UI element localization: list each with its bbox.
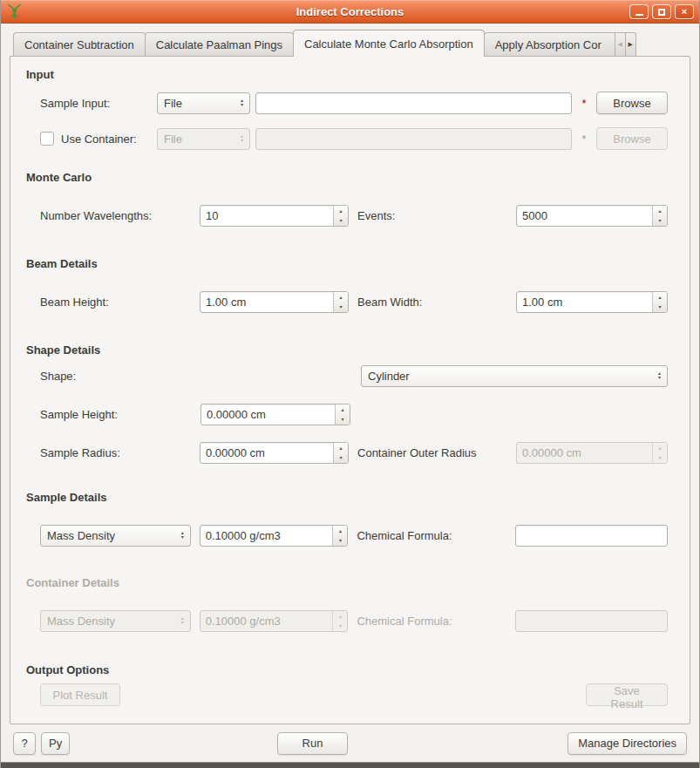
container-input-field [255,128,572,150]
close-button[interactable]: × [675,4,694,19]
python-export-button[interactable]: Py [41,732,70,755]
tab-scroll-right-button[interactable]: ▶ [625,32,636,56]
spin-up-icon: ▴ [653,206,667,216]
use-container-row: Use Container: File ▴▾ * Browse [40,127,668,150]
container-density-type-combobox: Mass Density ▴▾ [40,610,191,632]
input-section-heading: Input [26,68,54,81]
container-outer-radius-label: Container Outer Radius [357,446,516,459]
tab-calculate-paalman-pings[interactable]: Calculate Paalman Pings [145,32,294,56]
tab-apply-absorption-corrections[interactable]: Apply Absorption Cor [484,32,616,56]
sample-chemical-formula-field[interactable] [515,525,668,547]
plot-result-button: Plot Result [40,683,120,706]
sample-browse-button[interactable]: Browse [596,92,668,114]
sample-density-spinbox[interactable]: ▴▾ [200,525,349,547]
indirect-corrections-window: Indirect Corrections × Container Subtrac… [0,0,700,768]
spin-up-icon: ▴ [334,206,348,216]
required-asterisk: * [572,133,596,146]
container-input-type-combobox: File ▴▾ [157,128,250,150]
number-wavelengths-label: Number Wavelengths: [40,209,200,222]
titlebar[interactable]: Indirect Corrections × [1,0,699,24]
run-button[interactable]: Run [277,732,348,755]
spin-up-icon: ▴ [653,292,667,302]
maximize-button[interactable] [652,4,671,19]
tab-calculate-monte-carlo-absorption[interactable]: Calculate Monte Carlo Absorption [293,30,485,57]
monte-carlo-row: Number Wavelengths: ▴▾ Events: ▴▾ [40,204,668,227]
shape-details-heading: Shape Details [26,343,100,357]
close-icon: × [682,7,687,17]
spin-down-icon: ▾ [653,215,667,226]
spin-down-icon: ▾ [653,452,667,463]
spin-down-icon: ▾ [336,414,350,425]
sample-height-label: Sample Height: [40,408,200,421]
combo-arrows-icon: ▴▾ [181,531,184,540]
container-density-spinbox: ▴▾ [200,610,349,632]
help-button[interactable]: ? [13,732,36,755]
sample-details-row: Mass Density ▴▾ ▴▾ Chemical Formula: [40,524,668,547]
output-options-heading: Output Options [26,663,109,676]
tab-container-subtraction[interactable]: Container Subtraction [13,32,146,56]
combo-arrows-icon: ▴▾ [241,134,243,143]
beam-width-spinbox[interactable]: ▴▾ [516,291,668,313]
sample-height-row: Sample Height: ▴▾ [40,403,668,425]
sample-details-heading: Sample Details [26,491,107,504]
number-wavelengths-spinbox[interactable]: ▴▾ [200,205,349,227]
sample-height-spinbox[interactable]: ▴▾ [200,404,350,425]
spin-up-icon: ▴ [334,292,348,302]
maximize-icon [658,9,665,16]
combo-arrows-icon: ▴▾ [181,616,184,625]
spin-down-icon: ▾ [334,215,348,226]
sample-input-row: Sample Input: File ▴▾ * Browse [40,92,668,114]
scroll-left-icon: ◀ [617,41,622,48]
monte-carlo-absorption-panel: Input Sample Input: File ▴▾ * Browse Use… [10,56,690,724]
sample-input-type-combobox[interactable]: File ▴▾ [157,92,250,114]
spin-up-icon: ▴ [334,443,348,453]
spin-down-icon: ▾ [333,621,347,631]
use-container-checkbox[interactable] [40,132,54,146]
sample-radius-row: Sample Radius: ▴▾ Container Outer Radius… [40,441,668,464]
spin-down-icon: ▾ [653,302,667,312]
shape-label: Shape: [40,370,361,383]
sample-radius-spinbox[interactable]: ▴▾ [200,442,349,464]
beam-details-row: Beam Height: ▴▾ Beam Width: ▴▾ [40,290,668,313]
minimize-button[interactable] [629,4,649,19]
beam-height-label: Beam Height: [40,296,200,309]
spin-down-icon: ▾ [333,535,347,546]
spin-down-icon: ▾ [334,452,348,463]
spin-up-icon: ▴ [333,611,347,622]
tab-scroll-left-button[interactable]: ◀ [615,32,626,56]
use-container-label: Use Container: [61,133,157,146]
footer-bar: ? Py Run Manage Directories [1,724,699,762]
spin-up-icon: ▴ [653,443,667,453]
save-result-button: Save Result [586,683,668,706]
combo-arrows-icon: ▴▾ [241,99,243,107]
container-outer-radius-spinbox: ▴▾ [516,442,668,464]
minimize-icon [635,14,643,16]
spin-down-icon: ▾ [334,302,348,312]
manage-directories-button[interactable]: Manage Directories [567,732,687,755]
events-spinbox[interactable]: ▴▾ [516,205,668,227]
required-asterisk: * [572,97,596,110]
window-bottom-border [1,762,699,768]
sample-chemical-formula-label: Chemical Formula: [357,529,515,542]
events-label: Events: [357,209,516,222]
container-browse-button: Browse [596,127,668,150]
beam-details-heading: Beam Details [26,257,98,270]
beam-width-label: Beam Width: [357,296,516,309]
output-options-row: Plot Result Save Result [40,683,668,706]
window-title: Indirect Corrections [1,5,699,18]
spin-up-icon: ▴ [333,526,347,536]
window-controls: × [629,4,699,19]
spin-up-icon: ▴ [336,404,350,415]
scroll-right-icon: ▶ [628,41,632,48]
container-details-row: Mass Density ▴▾ ▴▾ Chemical Formula: [40,609,668,632]
sample-density-type-combobox[interactable]: Mass Density ▴▾ [40,525,191,547]
combo-arrows-icon: ▴▾ [658,371,661,380]
monte-carlo-heading: Monte Carlo [26,171,92,184]
shape-combobox[interactable]: Cylinder ▴▾ [361,365,668,387]
tab-bar: Container Subtraction Calculate Paalman … [1,24,699,56]
sample-input-label: Sample Input: [40,97,157,110]
beam-height-spinbox[interactable]: ▴▾ [200,291,349,313]
container-details-heading: Container Details [26,576,119,589]
sample-input-field[interactable] [255,92,572,114]
shape-row: Shape: Cylinder ▴▾ [40,364,668,387]
